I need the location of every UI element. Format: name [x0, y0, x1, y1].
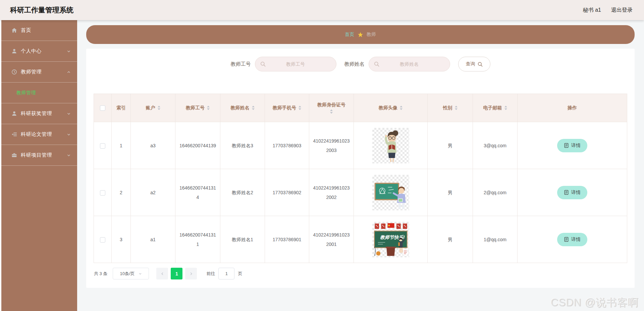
chevron-down-icon [66, 49, 71, 54]
app-header: 科研工作量管理系统 秘书 a1 退出登录 [0, 0, 644, 20]
chevron-down-icon [66, 111, 71, 116]
detail-button-label: 详情 [571, 143, 581, 149]
star-icon [358, 32, 363, 38]
column-header-teacher-no: 教师工号 [175, 94, 220, 122]
teacher-avatar-image[interactable] [372, 128, 409, 163]
cell-name: 教师姓名1 [220, 216, 265, 263]
search-icon [260, 61, 266, 67]
chevron-right-icon [189, 271, 194, 276]
document-icon [564, 237, 569, 242]
user-icon [11, 48, 17, 54]
teacher-no-field-wrapper [255, 57, 336, 71]
content-card: 教师工号 教师姓名 查询 [86, 49, 635, 288]
cell-id-card: 410224199610232001 [309, 216, 354, 263]
cell-gender: 男 [428, 122, 473, 169]
main-content: 首页 教师 教师工号 教师姓名 [77, 20, 644, 311]
table-header-row: 索引 账户 教师工号 教师姓名 教师手机号 教师身份证号 教师头像 性别 电子邮… [94, 94, 627, 122]
search-icon [374, 61, 379, 67]
cell-email: 2@qq.com [473, 169, 518, 216]
sidebar-item-research-project-management[interactable]: 科研项目管理 [1, 145, 77, 166]
teacher-name-input[interactable] [369, 57, 450, 71]
column-header-avatar: 教师头像 [354, 94, 428, 122]
breadcrumb-current: 教师 [367, 32, 376, 38]
sidebar-item-label: 个人中心 [21, 48, 66, 54]
page-unit-label: 页 [238, 271, 242, 277]
chevron-down-icon [66, 132, 71, 137]
sidebar-item-home[interactable]: 首页 [1, 20, 77, 41]
cell-id-card: 410224199610232002 [309, 169, 354, 216]
cell-actions: 详情 [518, 122, 627, 169]
sidebar: 首页 个人中心 教师管理 教师管理 科研获奖管理 科研 [1, 20, 77, 311]
detail-button[interactable]: 详情 [557, 139, 587, 152]
sidebar-item-personal-center[interactable]: 个人中心 [1, 41, 77, 62]
sort-caret[interactable] [455, 106, 458, 110]
teacher-avatar-image[interactable]: 教师节快乐! [372, 222, 409, 257]
select-all-checkbox[interactable] [100, 105, 105, 111]
row-checkbox[interactable] [100, 237, 105, 243]
goto-label: 前往 [206, 271, 215, 277]
teacher-avatar-image[interactable] [372, 175, 409, 210]
chevron-down-icon [66, 153, 71, 158]
cell-name: 教师姓名2 [220, 169, 265, 216]
sidebar-item-research-award-management[interactable]: 科研获奖管理 [1, 103, 77, 124]
sidebar-item-label: 首页 [21, 27, 71, 34]
header-right: 秘书 a1 退出登录 [583, 7, 633, 14]
briefcase-icon [11, 152, 17, 158]
next-page-button[interactable] [185, 268, 197, 279]
sort-caret[interactable] [330, 109, 333, 114]
cell-actions: 详情 [518, 216, 627, 263]
breadcrumb: 首页 教师 [86, 25, 635, 44]
page-number-button[interactable]: 1 [171, 268, 182, 279]
column-header-gender: 性别 [428, 94, 473, 122]
goto-page-input[interactable] [218, 268, 234, 279]
cell-phone: 17703786902 [265, 169, 309, 216]
breadcrumb-home-link[interactable]: 首页 [345, 32, 354, 38]
sidebar-item-teacher-management[interactable]: 教师管理 [1, 62, 77, 83]
cell-avatar [354, 122, 428, 169]
sort-caret[interactable] [400, 106, 402, 110]
page-size-value: 10条/页 [120, 271, 135, 277]
column-header-index: 索引 [112, 94, 131, 122]
fold-list-icon [11, 132, 17, 137]
row-checkbox[interactable] [100, 143, 105, 149]
cell-phone: 17703786901 [265, 216, 309, 263]
page-size-select[interactable]: 10条/页 [113, 268, 149, 279]
chevron-up-icon [66, 70, 71, 74]
detail-button[interactable]: 详情 [557, 233, 587, 246]
column-header-phone: 教师手机号 [265, 94, 309, 122]
sort-caret[interactable] [504, 106, 507, 110]
search-bar: 教师工号 教师姓名 查询 [86, 49, 635, 71]
cell-index: 2 [112, 169, 131, 216]
current-user-label: 秘书 a1 [583, 7, 601, 14]
sidebar-item-label: 科研获奖管理 [21, 110, 66, 117]
chevron-down-icon [138, 272, 142, 276]
query-button[interactable]: 查询 [458, 57, 490, 71]
logout-link[interactable]: 退出登录 [611, 7, 633, 14]
sidebar-item-label: 教师管理 [21, 69, 66, 75]
watermark: CSDN @说书客啊 [551, 296, 639, 310]
cell-email: 1@qq.com [473, 216, 518, 263]
cell-index: 3 [112, 216, 131, 263]
sort-caret[interactable] [158, 106, 160, 110]
teacher-name-field-wrapper [369, 57, 450, 71]
teacher-no-input[interactable] [255, 57, 336, 71]
table-row: 3 a1 164662007441311 教师姓名1 17703786901 4… [94, 216, 627, 263]
app-root: 科研工作量管理系统 秘书 a1 退出登录 首页 个人中心 教师管理 [0, 0, 644, 311]
prev-page-button[interactable] [156, 268, 168, 279]
sort-caret[interactable] [299, 106, 301, 110]
search-icon [478, 62, 483, 67]
column-header-email: 电子邮箱 [473, 94, 518, 122]
sort-caret[interactable] [207, 106, 210, 110]
row-checkbox[interactable] [100, 190, 105, 196]
cell-index: 1 [112, 122, 131, 169]
cell-avatar: 教师节快乐! [354, 216, 428, 263]
column-header-actions: 操作 [518, 94, 627, 122]
sidebar-subitem-teacher-management[interactable]: 教师管理 [1, 83, 77, 103]
user-icon [11, 111, 17, 116]
pagination-total: 共 3 条 [94, 271, 107, 277]
detail-button[interactable]: 详情 [557, 186, 587, 199]
sidebar-item-research-paper-management[interactable]: 科研论文管理 [1, 124, 77, 145]
teacher-name-label: 教师姓名 [344, 61, 365, 67]
sort-caret[interactable] [252, 106, 255, 110]
cell-teacher-no: 16466200744139 [175, 122, 220, 169]
